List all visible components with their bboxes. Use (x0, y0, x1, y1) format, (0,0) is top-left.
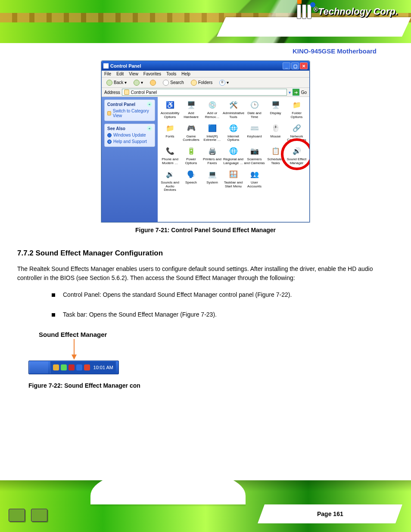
control-panel-item[interactable]: 📁Folder Options (286, 100, 307, 119)
window-titlebar[interactable]: Control Panel _ ▢ ✕ (102, 61, 309, 71)
address-dropdown-icon[interactable]: ▾ (289, 90, 291, 95)
menu-edit[interactable]: Edit (116, 72, 124, 76)
menu-bar[interactable]: File Edit View Favorites Tools Help (102, 71, 309, 78)
shield-icon[interactable] (84, 364, 90, 370)
document-title: KINO-945GSE Motherboard (17, 47, 394, 55)
folders-button[interactable]: Folders (189, 79, 215, 87)
forward-button[interactable]: ▾ (131, 79, 145, 87)
back-label: Back (114, 80, 123, 85)
control-panel-item[interactable]: 🖥️Display (265, 100, 286, 119)
chip-icon (31, 509, 47, 522)
control-panel-item[interactable]: 🔊Sound Effect Manager (286, 146, 307, 165)
display-icon[interactable] (76, 364, 82, 370)
control-panel-item[interactable]: 🗣️Speech (181, 169, 202, 192)
footer-chips (9, 509, 47, 522)
footer-bump (90, 470, 246, 504)
section-heading: 7.7.2 Sound Effect Manager Configuration (17, 249, 394, 258)
menu-view[interactable]: View (129, 72, 138, 76)
window-minimize-button[interactable]: _ (283, 62, 290, 69)
control-panel-item[interactable]: 🪟Taskbar and Start Menu (223, 169, 244, 192)
go-button[interactable]: ➔ (293, 89, 299, 96)
help-support-link[interactable]: ? Help and Support (107, 139, 152, 144)
forward-dropdown-icon[interactable]: ▾ (141, 80, 143, 85)
page-content: KINO-945GSE Motherboard Control Panel _ … (0, 43, 411, 480)
applet-label: Scheduled Tasks (265, 158, 286, 165)
control-panel-item[interactable]: 🌐Internet Options (223, 123, 244, 143)
control-panel-item[interactable]: 👥User Accounts (244, 169, 265, 192)
applet-label: Scanners and Cameras (244, 158, 265, 165)
page-number: Page 161 (317, 510, 343, 517)
figure-caption-2: Figure 7-22: Sound Effect Manager con (28, 382, 394, 389)
menu-help[interactable]: Help (181, 72, 190, 76)
applet-label: Mouse (265, 135, 286, 139)
brand-logo: ®Technology Corp. (297, 4, 398, 19)
sidebar-card-title: Control Panel (107, 102, 135, 107)
control-panel-item[interactable]: 🔋Power Options (181, 146, 202, 165)
control-panel-window: Control Panel _ ▢ ✕ File Edit View Favor… (101, 61, 310, 222)
menu-favorites[interactable]: Favorites (143, 72, 161, 76)
applet-icon: 🛠️ (228, 100, 239, 111)
control-panel-item[interactable]: 🔉Sounds and Audio Devices (159, 169, 181, 192)
folders-icon (191, 80, 197, 86)
control-panel-item[interactable]: 💿Add or Remov… (202, 100, 223, 119)
window-maximize-button[interactable]: ▢ (291, 62, 299, 69)
control-panel-item[interactable]: 💻System (202, 169, 223, 192)
control-panel-item[interactable]: 📋Scheduled Tasks (265, 146, 286, 165)
search-button[interactable]: Search (161, 79, 186, 87)
paragraph-1: The Realtek Sound Effects Manager enable… (17, 264, 394, 283)
control-panel-item[interactable]: 🖱️Mouse (265, 123, 286, 143)
control-panel-item[interactable]: 🕒Date and Time (244, 100, 265, 119)
control-panel-item[interactable]: 📷Scanners and Cameras (244, 146, 265, 165)
control-panel-item[interactable]: 🖥️Add Hardware (181, 100, 202, 119)
control-panel-item[interactable]: ♿Accessibility Options (159, 100, 181, 119)
help-support-label: Help and Support (113, 139, 147, 144)
applet-icon: 🖨️ (207, 146, 218, 157)
applet-icon: 🔗 (291, 123, 302, 134)
menu-file[interactable]: File (104, 72, 111, 76)
window-close-button[interactable]: ✕ (300, 62, 308, 69)
address-field[interactable]: Control Panel (122, 89, 287, 96)
applet-icon: 📁 (165, 123, 176, 134)
menu-tools[interactable]: Tools (166, 72, 176, 76)
control-panel-item[interactable]: 🔗Network Connections (286, 123, 307, 143)
address-icon (124, 90, 129, 95)
control-panel-item[interactable]: 🟦Intel(R) Extreme … (202, 123, 223, 143)
sound-effect-manager-icon[interactable] (68, 364, 75, 370)
collapse-icon[interactable]: « (147, 102, 152, 107)
back-dropdown-icon[interactable]: ▾ (125, 80, 127, 85)
address-bar: Address Control Panel ▾ ➔ Go (102, 88, 309, 97)
views-dropdown-icon[interactable]: ▾ (227, 80, 229, 85)
switch-category-view-link[interactable]: Switch to Category View (107, 109, 152, 118)
applet-label: Fonts (159, 135, 181, 139)
views-button[interactable]: ⠿ ▾ (217, 79, 231, 87)
window-title: Control Panel (110, 63, 141, 68)
category-icon (107, 111, 111, 115)
brand-text: ®Technology Corp. (313, 6, 398, 17)
up-button[interactable] (148, 79, 158, 87)
control-panel-item[interactable]: 🖨️Printers and Faxes (202, 146, 223, 165)
control-panel-item[interactable]: 🎮Game Controllers (181, 123, 202, 143)
bullet-icon (52, 293, 55, 297)
control-panel-item[interactable]: 📁Fonts (159, 123, 181, 143)
window-body: Control Panel « Switch to Category View … (102, 97, 309, 222)
applet-label: Sounds and Audio Devices (159, 181, 181, 192)
taskbar-strip: 10:01 AM (28, 361, 119, 374)
control-panel-item[interactable]: ⌨️Keyboard (244, 123, 265, 143)
applet-label: Regional and Language … (223, 158, 244, 165)
sidebar-card-control-panel: Control Panel « Switch to Category View (104, 100, 155, 121)
control-panel-item[interactable]: 🌐Regional and Language … (223, 146, 244, 165)
applet-label: Display (265, 112, 286, 115)
network-icon[interactable] (61, 364, 67, 370)
applet-icon: ♿ (165, 100, 176, 111)
control-panel-item[interactable]: 📞Phone and Modem … (159, 146, 181, 165)
taskbar-quicklaunch[interactable] (29, 361, 48, 373)
collapse-icon[interactable]: « (147, 126, 152, 131)
back-button[interactable]: Back ▾ (104, 79, 129, 87)
windows-update-link[interactable]: Windows Update (107, 133, 152, 137)
control-panel-icon (103, 63, 109, 68)
update-icon[interactable] (53, 364, 59, 370)
applet-label: Intel(R) Extreme … (202, 135, 223, 143)
pointer-arrow (69, 338, 394, 361)
header-wedge (217, 17, 411, 37)
control-panel-item[interactable]: 🛠️Administrative Tools (223, 100, 244, 119)
